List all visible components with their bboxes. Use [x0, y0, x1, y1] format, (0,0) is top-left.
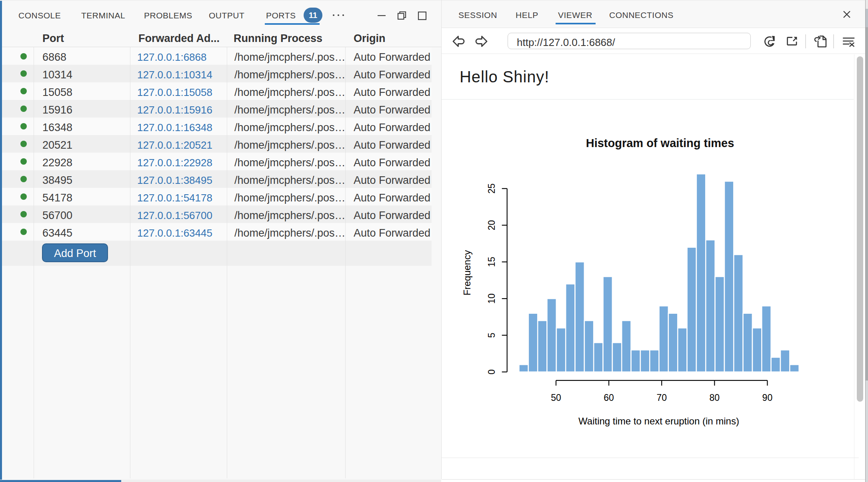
svg-text:90: 90	[762, 392, 773, 403]
svg-text:25: 25	[486, 183, 497, 194]
svg-text:70: 70	[656, 392, 667, 403]
svg-text:20: 20	[486, 220, 497, 231]
svg-text:50: 50	[551, 392, 561, 403]
svg-text:80: 80	[710, 392, 720, 403]
svg-text:Waiting time to next eruption: Waiting time to next eruption (in mins)	[578, 416, 739, 426]
svg-text:0: 0	[486, 369, 497, 374]
svg-text:10: 10	[486, 293, 497, 304]
svg-text:Histogram of waiting times: Histogram of waiting times	[586, 137, 734, 149]
svg-text:5: 5	[486, 333, 497, 338]
svg-text:60: 60	[604, 392, 614, 403]
svg-text:15: 15	[486, 257, 497, 267]
svg-text:Frequency: Frequency	[462, 250, 472, 295]
